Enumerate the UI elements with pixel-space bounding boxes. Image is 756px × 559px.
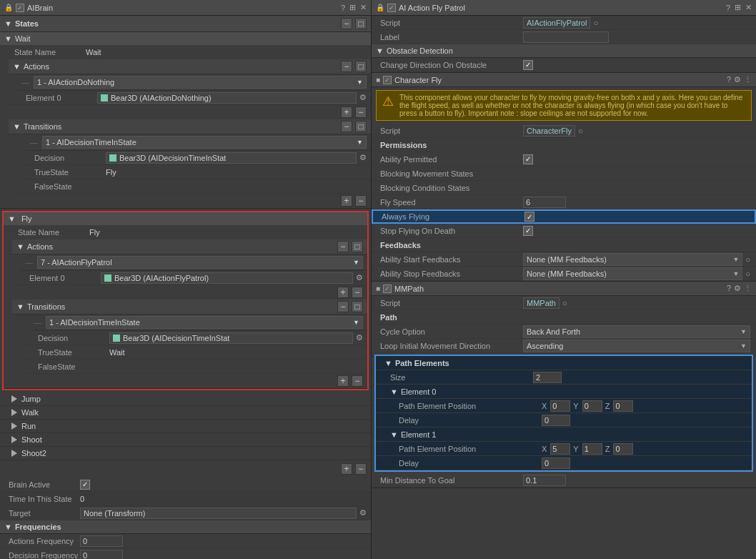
loop-initial-dropdown[interactable]: Ascending ▼ <box>523 340 750 352</box>
frequencies-section-header[interactable]: ▼ Frequencies <box>0 520 371 534</box>
actions-frequency-input[interactable]: 0 <box>80 535 123 547</box>
wait-action-0-dropdown[interactable]: 1 - AIActionDoNothing ▼ <box>34 76 367 89</box>
right-layout-icon[interactable]: ⊞ <box>735 3 741 12</box>
jump-state[interactable]: Jump <box>0 392 371 406</box>
element-1-delay-input[interactable]: 0 <box>542 457 570 469</box>
mmpath-check-icon[interactable]: ✓ <box>383 285 392 293</box>
target-settings[interactable]: ⚙ <box>359 508 367 518</box>
wait-transitions-remove-btn[interactable]: − <box>355 195 367 207</box>
states-remove-btn[interactable]: − <box>355 463 367 475</box>
element-0-xyz: X Y Z <box>542 400 633 412</box>
states-plus-btn[interactable]: + <box>341 463 352 475</box>
mmpath-header[interactable]: ■ ✓ MMPath ? ⚙ ⋮ <box>372 282 756 296</box>
run-state[interactable]: Run <box>0 420 371 433</box>
right-question-icon[interactable]: ? <box>726 4 730 12</box>
ability-start-dropdown[interactable]: None (MM Feedbacks) ▼ <box>523 253 742 266</box>
fly-transition-0-dropdown[interactable]: 1 - AIDecisionTimeInState ▼ <box>46 316 363 329</box>
fly-transitions-add-btn[interactable]: □ <box>352 301 363 312</box>
ability-stop-circle[interactable]: ○ <box>745 269 750 278</box>
fly-speed-input[interactable]: 6 <box>523 197 566 208</box>
element-0-delay-input[interactable]: 0 <box>542 415 570 426</box>
always-flying-checkbox[interactable] <box>524 212 534 222</box>
fly-transitions-remove-btn[interactable]: − <box>352 375 363 387</box>
element-1-z-input[interactable] <box>613 443 633 455</box>
wait-actions-minus-btn[interactable]: − <box>341 61 352 72</box>
obstacle-change-dir-checkbox[interactable] <box>523 60 533 70</box>
wait-transitions-header[interactable]: ▼ Transitions − □ <box>9 119 371 134</box>
element-0-z-input[interactable] <box>613 400 633 412</box>
right-close-icon[interactable]: ✕ <box>745 3 752 12</box>
fly-actions-add-btn[interactable]: □ <box>352 241 363 252</box>
element-1-y-input[interactable] <box>582 443 602 455</box>
right-script-circle[interactable]: ○ <box>593 19 598 27</box>
mmpath-question[interactable]: ? <box>727 284 731 293</box>
char-fly-script-circle[interactable]: ○ <box>578 127 583 135</box>
checkbox-icon[interactable]: ✓ <box>16 4 24 12</box>
states-section-header[interactable]: ▼ States − □ <box>0 16 371 32</box>
fly-actions-plus-btn[interactable]: + <box>337 287 349 298</box>
layout-icon[interactable]: ⊞ <box>349 3 356 12</box>
character-fly-dots[interactable]: ⋮ <box>744 75 752 84</box>
ability-start-circle[interactable]: ○ <box>745 255 750 264</box>
ability-permitted-checkbox[interactable] <box>523 154 533 164</box>
element-1-header-row[interactable]: ▼ Element 1 <box>376 427 752 442</box>
mmpath-dots[interactable]: ⋮ <box>744 284 752 293</box>
cycle-option-dropdown[interactable]: Back And Forth ▼ <box>523 325 750 338</box>
fly-element-settings[interactable]: ⚙ <box>356 273 363 282</box>
wait-element-settings[interactable]: ⚙ <box>359 93 367 102</box>
states-minimize-btn[interactable]: − <box>341 18 352 29</box>
fly-action-0-dropdown[interactable]: 7 - AIActionFlyPatrol ▼ <box>37 256 363 269</box>
fly-actions-minus-btn[interactable]: − <box>337 241 349 252</box>
min-distance-input[interactable]: 0.1 <box>523 475 566 486</box>
mmpath-gear[interactable]: ⚙ <box>734 284 741 293</box>
shoot2-state[interactable]: Shoot2 <box>0 447 371 460</box>
character-fly-gear[interactable]: ⚙ <box>734 75 741 84</box>
element-0-header-row[interactable]: ▼ Element 0 <box>376 385 752 399</box>
fly-decision-settings[interactable]: ⚙ <box>356 333 363 342</box>
character-fly-check-icon[interactable]: ✓ <box>383 76 392 84</box>
states-add-btn[interactable]: □ <box>355 18 367 29</box>
element-0-y-input[interactable] <box>582 400 602 412</box>
wait-state-header[interactable]: ▼ Wait <box>0 32 371 45</box>
wait-actions-plus-btn[interactable]: + <box>341 107 352 118</box>
ability-stop-dropdown[interactable]: None (MM Feedbacks) ▼ <box>523 267 742 280</box>
right-checkbox-icon[interactable]: ✓ <box>387 4 396 12</box>
question-icon[interactable]: ? <box>341 4 345 12</box>
feedbacks-header-row[interactable]: Feedbacks <box>372 238 756 252</box>
wait-decision-settings[interactable]: ⚙ <box>359 153 367 162</box>
wait-actions-header[interactable]: ▼ Actions − □ <box>9 59 371 74</box>
path-elements-size-label: Size <box>390 373 533 382</box>
shoot-state[interactable]: Shoot <box>0 433 371 447</box>
walk-state[interactable]: Walk <box>0 406 371 420</box>
wait-transitions-minus-btn[interactable]: − <box>341 121 352 132</box>
path-elements-size-input[interactable]: 2 <box>533 372 562 383</box>
obstacle-detection-header[interactable]: ▼ Obstacle Detection <box>372 44 756 58</box>
wait-transition-0-dropdown[interactable]: 1 - AIDecisionTimeInState ▼ <box>42 136 367 149</box>
left-panel-title: AIBrain <box>27 4 53 12</box>
close-icon[interactable]: ✕ <box>360 3 367 12</box>
shoot-label: Shoot <box>21 435 42 444</box>
fly-actions-remove-btn[interactable]: − <box>352 287 363 298</box>
right-label-input[interactable] <box>523 31 609 43</box>
wait-transitions-plus-btn[interactable]: + <box>341 195 352 207</box>
wait-decision-ref: Bear3D (AIDecisionTimeInStat <box>106 152 357 164</box>
fly-transitions-header[interactable]: ▼ Transitions − □ <box>12 300 367 315</box>
stop-flying-checkbox[interactable] <box>523 226 533 236</box>
fly-transitions-minus-btn[interactable]: − <box>337 301 349 312</box>
element-1-x-input[interactable] <box>550 443 570 455</box>
path-header-row[interactable]: Path <box>372 310 756 325</box>
brain-active-checkbox[interactable] <box>80 480 90 490</box>
permissions-header-row[interactable]: Permissions <box>372 138 756 152</box>
wait-transitions-add-btn[interactable]: □ <box>355 121 367 132</box>
fly-transitions-plus-btn[interactable]: + <box>337 375 349 387</box>
element-0-x-input[interactable] <box>550 400 570 412</box>
character-fly-question[interactable]: ? <box>727 75 731 84</box>
fly-actions-header[interactable]: ▼ Actions − □ <box>12 239 367 254</box>
decision-frequency-input[interactable]: 0 <box>80 550 123 560</box>
wait-actions-remove-btn[interactable]: − <box>355 107 367 118</box>
fly-state-header[interactable]: ▼ Fly <box>4 212 367 225</box>
character-fly-header[interactable]: ■ ✓ Character Fly ? ⚙ ⋮ <box>372 73 756 87</box>
wait-actions-add-btn[interactable]: □ <box>355 61 367 72</box>
path-elements-header-row[interactable]: ▼ Path Elements <box>376 356 752 370</box>
mmpath-script-circle[interactable]: ○ <box>562 299 567 307</box>
